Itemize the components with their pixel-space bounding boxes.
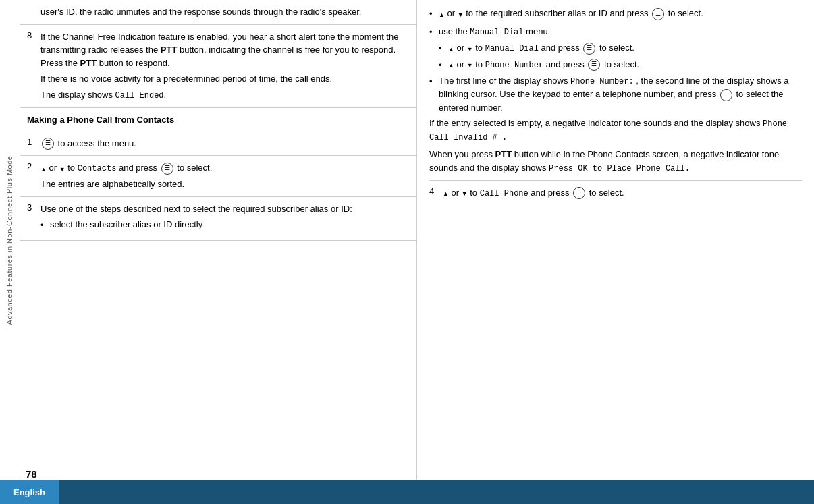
step-4-row: 4 or to Call Phone and press ☰ to select… <box>429 180 802 204</box>
right-column: • or to the required subscriber alias or… <box>417 0 814 480</box>
step-3-row: 3 Use one of the steps described next to… <box>20 197 416 241</box>
sidebar: Advanced Features in Non-Connect Plus Mo… <box>0 0 20 480</box>
if-empty-text: If the entry selected is empty, a negati… <box>429 117 802 144</box>
intro-content: user's ID. the radio unmutes and the res… <box>40 5 410 19</box>
step-4-content: or to Call Phone and press ☰ to select. <box>443 186 802 204</box>
arrow-down-icon-md1 <box>467 42 473 55</box>
use-manual-dial-bullet: • use the Manual Dial menu <box>429 25 802 39</box>
row-8-num: 8 <box>27 30 40 102</box>
menu-button-icon: ☰ <box>42 138 54 150</box>
manual-dial-sub-bullets: • or to Manual Dial and press ☰ to selec… <box>439 41 802 72</box>
page-wrapper: Advanced Features in Non-Connect Plus Mo… <box>0 0 814 480</box>
step-3-bullet-text: select the subscriber alias or ID direct… <box>50 218 202 232</box>
arrow-up-icon-md2 <box>448 58 454 72</box>
row-8-para-2: If there is no voice activity for a pred… <box>40 72 410 86</box>
ok-icon-pn: ☰ <box>720 89 732 101</box>
section-header: Making a Phone Call from Contacts <box>20 108 416 132</box>
step-1-row: 1 ☰ to access the menu. <box>20 132 416 157</box>
step-4-text: or to Call Phone and press ☰ to select. <box>443 186 802 200</box>
phone-number-bullet: • The first line of the display shows Ph… <box>429 74 802 114</box>
manual-dial-bullet-1: • or to Manual Dial and press ☰ to selec… <box>439 41 802 55</box>
arrow-up-icon-md1 <box>448 42 454 55</box>
arrow-down-icon-md2 <box>467 58 473 72</box>
ok-icon-s4: ☰ <box>573 187 585 199</box>
bullet-dot: • <box>40 218 50 232</box>
row-8-content: If the Channel Free Indication feature i… <box>40 30 410 102</box>
step-2-content: or to Contacts and press ☰ to select. Th… <box>40 161 410 191</box>
step-3-text: Use one of the steps described next to s… <box>40 202 410 216</box>
main-content: user's ID. the radio unmutes and the res… <box>20 0 814 480</box>
step-4-num: 4 <box>429 186 443 204</box>
ok-button-icon: ☰ <box>161 163 173 175</box>
arrow-down-icon-r1 <box>458 7 464 21</box>
step-1-text: ☰ to access the menu. <box>40 137 410 150</box>
intro-row: user's ID. the radio unmutes and the res… <box>20 0 416 25</box>
arrow-up-icon-r1 <box>439 7 445 21</box>
arrow-up-icon <box>40 162 47 175</box>
sidebar-label: Advanced Features in Non-Connect Plus Mo… <box>6 155 14 325</box>
section-header-text: Making a Phone Call from Contacts <box>27 115 174 125</box>
use-manual-text: use the Manual Dial menu <box>439 25 548 39</box>
right-top-bullets: • or to the required subscriber alias or… <box>429 7 802 21</box>
intro-num <box>27 5 40 19</box>
manual-dial-dot-1: • <box>439 41 448 55</box>
footer: English <box>0 480 814 504</box>
manual-dial-text-1: or to Manual Dial and press ☰ to select. <box>448 41 634 55</box>
arrow-up-icon-s4 <box>443 186 449 200</box>
left-column: user's ID. the radio unmutes and the res… <box>20 0 417 480</box>
row-8-para-3: The display shows Call Ended. <box>40 88 410 102</box>
page-number: 78 <box>26 468 37 480</box>
ok-icon-r1: ☰ <box>652 8 664 20</box>
step-2-text: or to Contacts and press ☰ to select. <box>40 161 410 175</box>
phone-number-text: The first line of the display shows Phon… <box>439 74 802 114</box>
row-8: 8 If the Channel Free Indication feature… <box>20 25 416 108</box>
step-2-num: 2 <box>27 161 40 191</box>
phone-number-dot: • <box>429 74 439 114</box>
step-1-content: ☰ to access the menu. <box>40 137 410 150</box>
ok-icon-md1: ☰ <box>583 43 595 55</box>
manual-dial-dot-2: • <box>439 58 448 72</box>
step-3-bullet: • select the subscriber alias or ID dire… <box>40 218 410 232</box>
step-3-content: Use one of the steps described next to s… <box>40 202 410 235</box>
ok-icon-md2: ☰ <box>588 59 600 71</box>
right-bullet-dot-1: • <box>429 7 439 21</box>
use-manual-dot: • <box>429 25 439 39</box>
manual-dial-bullet-2: • or to Phone Number and press ☰ to sele… <box>439 58 802 72</box>
right-bullet-1: • or to the required subscriber alias or… <box>429 7 802 21</box>
footer-language: English <box>0 480 59 504</box>
step-2-row: 2 or to Contacts and press ☰ to select. … <box>20 156 416 197</box>
step-2-note: The entries are alphabetically sorted. <box>40 177 410 191</box>
manual-dial-text-2: or to Phone Number and press ☰ to select… <box>448 58 639 72</box>
intro-text: user's ID. the radio unmutes and the res… <box>40 5 410 19</box>
arrow-down-icon <box>59 162 65 175</box>
step-1-num: 1 <box>27 137 40 150</box>
step-3-num: 3 <box>27 202 40 235</box>
when-ptt-text: When you press PTT button while in the P… <box>429 148 802 175</box>
arrow-down-icon-s4 <box>462 186 468 200</box>
right-bullet-1-text: or to the required subscriber alias or I… <box>439 7 703 21</box>
row-8-para-1: If the Channel Free Indication feature i… <box>40 30 410 70</box>
